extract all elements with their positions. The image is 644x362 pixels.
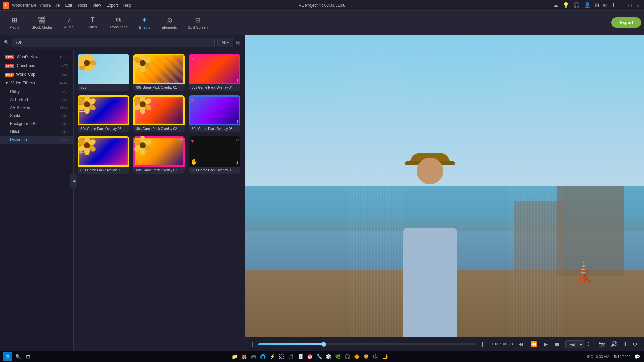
fav-icon-8: ♥ <box>191 138 194 144</box>
taskbar-app-10[interactable]: 🔶 <box>353 353 361 361</box>
menu-export[interactable]: Export <box>106 3 118 8</box>
fav-icon-5: ♥ <box>191 97 194 103</box>
progress-bar[interactable] <box>258 343 476 345</box>
effects-label: Effects <box>139 25 150 29</box>
taskbar-app-6[interactable]: 🔧 <box>315 353 323 361</box>
bulb-icon[interactable]: 💡 <box>562 2 569 8</box>
taskbar-taskview-icon[interactable]: ⊟ <box>24 353 32 361</box>
taskbar-app-13[interactable]: 🌙 <box>381 353 389 361</box>
audio-icon: ♪ <box>67 16 71 24</box>
preview-controls: [ ] 00:00:30:23 ⏮ ⏪ ▶ ⏹ Full 1/2 1/4 ⛶ 📷… <box>245 337 644 351</box>
taskbar-chrome[interactable]: 🌐 <box>259 353 267 361</box>
tool-transitions[interactable]: ⧉ Transitions <box>104 13 133 32</box>
sidebar-subitem-utility[interactable]: Utility (48) <box>0 87 73 96</box>
grid-view-icon[interactable]: ⊞ <box>236 39 240 46</box>
tool-stock-media[interactable]: 🎬 Stock Media <box>26 13 57 32</box>
rewind-button[interactable]: ⏮ <box>517 340 525 349</box>
panel-collapse-arrow[interactable]: ◀ <box>70 174 77 188</box>
export-button[interactable]: Export <box>611 17 641 28</box>
elements-label: Elements <box>162 25 177 29</box>
taskbar-file-explorer[interactable]: 📁 <box>230 353 238 361</box>
effect-card-80s-02[interactable]: ♥ 80s Game Pack Overlay 02 <box>133 95 185 132</box>
taskbar-epic[interactable]: 🎮 <box>249 353 257 361</box>
sidebar-item-video-effects[interactable]: ▼ Video Effects (414) <box>0 79 73 87</box>
export-preview-button[interactable]: ⬆ <box>622 340 629 349</box>
head <box>417 158 443 184</box>
fullscreen-button[interactable]: ⛶ <box>587 340 595 349</box>
effect-card-80s-06[interactable]: ♥ ◀▶▬ 80s Game Pack Overlay 06 <box>78 136 129 174</box>
hand-icon: ✋ <box>190 158 198 165</box>
progress-thumb <box>321 342 326 347</box>
progress-bar-fill <box>258 343 324 345</box>
app-name: Wondershare Filmora <box>12 3 51 8</box>
effect-card-80s-08[interactable]: ♥ ⚙ ✋ ⬇ 80s Game Pack Overlay 08 <box>189 136 240 174</box>
preview-panel: 🗼 [ ] <box>245 35 644 351</box>
cloud-icon[interactable]: ☁ <box>553 2 558 8</box>
tool-media[interactable]: ⊞ Media <box>3 13 26 32</box>
sidebar-subitem-ar-stickers[interactable]: AR Stickers (102) <box>0 104 73 112</box>
sidebar-subitem-distortion[interactable]: Distortion (36) <box>0 136 73 144</box>
filter-dropdown[interactable]: All ▾ <box>217 38 233 47</box>
menu-view[interactable]: View <box>92 3 101 8</box>
effect-card-80s-01[interactable]: ♥ 80s Game Pack Overlay 01 <box>133 54 185 91</box>
effect-card-80s-03[interactable]: ♥ ⬇ 80s Game Pack Overlay 03 <box>189 95 240 132</box>
taskbar-app-1[interactable]: ⚡ <box>268 353 276 361</box>
sidebar-item-world-cup[interactable]: HOT World Cup (27) <box>0 70 73 79</box>
sidebar-subitem-ai-portrait[interactable]: AI Portrait (92) <box>0 96 73 104</box>
taskbar-firefox[interactable]: 🦊 <box>240 353 248 361</box>
effect-card-80s-05[interactable]: ♥ ▬▬▬ 80s Game Pack Overlay 05 <box>78 95 129 132</box>
sidebar-item-christmas[interactable]: NEW Christmas (27) <box>0 61 73 70</box>
effect-card-80s-07[interactable]: ♥ ⚙ 80s Game Pack Overlay 07 <box>133 136 185 174</box>
taskbar-date: 15/12/2022 <box>612 355 631 359</box>
headphone-icon[interactable]: 🎧 <box>573 2 580 8</box>
mail-icon[interactable]: ✉ <box>603 2 607 8</box>
bracket-left-button[interactable]: [ <box>250 340 254 349</box>
tool-split-screen[interactable]: ⊟ Split Screen <box>182 13 213 32</box>
menu-help[interactable]: Help <box>123 3 132 8</box>
tool-elements[interactable]: ◎ Elements <box>156 13 182 32</box>
effect-card-70s[interactable]: 70s <box>78 54 129 91</box>
grid-icon[interactable]: ⊞ <box>595 2 599 8</box>
taskbar-app-11[interactable]: 🦁 <box>362 353 370 361</box>
taskbar-app-2[interactable]: 🖼 <box>277 353 285 361</box>
taskbar-notification[interactable]: 💬 <box>633 353 641 361</box>
flower-svg-6 <box>133 136 152 155</box>
search-input[interactable] <box>12 38 215 47</box>
step-back-button[interactable]: ⏪ <box>529 340 538 349</box>
start-button[interactable]: ⊞ <box>3 352 12 361</box>
tool-effects[interactable]: ✦ Effects <box>133 13 156 32</box>
taskbar-app-8[interactable]: 🌿 <box>334 353 342 361</box>
minimize-button[interactable]: — <box>620 3 624 7</box>
taskbar-app-5[interactable]: 🎯 <box>306 353 314 361</box>
stop-button[interactable]: ⏹ <box>553 340 561 349</box>
taskbar-app-12[interactable]: 🎼 <box>371 353 379 361</box>
tool-titles[interactable]: T Titles <box>81 13 104 32</box>
taskbar-app-4[interactable]: 🃏 <box>296 353 304 361</box>
menu-file[interactable]: File <box>53 3 60 8</box>
taskbar-app-9[interactable]: 🎧 <box>343 353 351 361</box>
sidebar-item-whats-new[interactable]: NEW What's New (950) <box>0 53 73 61</box>
bracket-right-button[interactable]: ] <box>480 340 484 349</box>
screenshot-button[interactable]: 📷 <box>597 340 607 349</box>
maximize-button[interactable]: ❐ <box>628 3 632 7</box>
media-label: Media <box>9 25 19 29</box>
effects-grid: 70s <box>74 50 245 351</box>
sidebar-subitem-shake[interactable]: Shake (10) <box>0 112 73 120</box>
taskbar-app-3[interactable]: 🎵 <box>287 353 295 361</box>
effect-card-80s-04[interactable]: ♥ ⬇ 80s Game Pack Overlay 04 <box>189 54 240 91</box>
sidebar-subitem-glitch[interactable]: Glitch (13) <box>0 128 73 136</box>
eiffel-tower-shape: 🗼 <box>571 262 596 282</box>
tool-audio[interactable]: ♪ Audio <box>57 13 81 32</box>
sidebar-subitem-background-blur[interactable]: Background Blur (16) <box>0 120 73 128</box>
download-icon[interactable]: ⬇ <box>611 2 616 8</box>
close-button[interactable]: ✕ <box>636 3 640 7</box>
quality-select[interactable]: Full 1/2 1/4 <box>565 340 584 348</box>
user-avatar[interactable]: 👤 <box>584 2 591 8</box>
menu-tools[interactable]: Tools <box>77 3 87 8</box>
play-button[interactable]: ▶ <box>542 340 549 349</box>
taskbar-search-icon[interactable]: 🔍 <box>14 353 22 361</box>
audio-button[interactable]: 🔊 <box>609 340 619 349</box>
taskbar-app-7[interactable]: 🎲 <box>324 353 332 361</box>
menu-edit[interactable]: Edit <box>65 3 72 8</box>
settings-button[interactable]: ⚙ <box>631 340 639 349</box>
